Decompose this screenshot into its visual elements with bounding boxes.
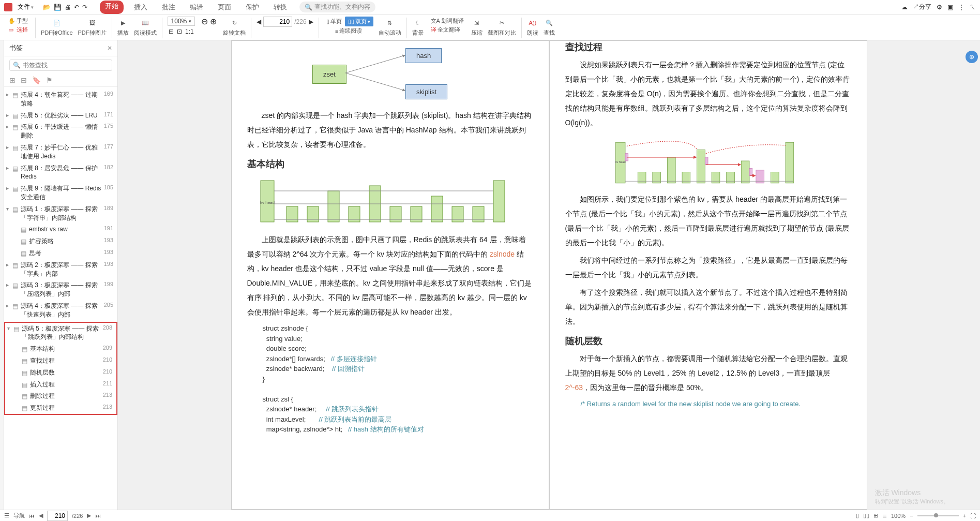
share-button[interactable]: ↗分享: [913, 3, 931, 11]
chevron-icon[interactable]: ▸: [6, 124, 12, 129]
bookmark-search-input[interactable]: [23, 62, 109, 69]
page-number-input[interactable]: [263, 17, 292, 27]
bookmark-item[interactable]: ▾▤源码 5：极度深寒 —— 探索「跳跃列表」内部结构208: [5, 323, 116, 344]
tab-protect[interactable]: 保护: [242, 1, 263, 14]
undo-icon[interactable]: ↶: [74, 4, 79, 11]
prev-page-icon[interactable]: ◀: [257, 18, 261, 25]
single-page-button[interactable]: ▯单页: [324, 17, 344, 26]
settings-icon[interactable]: ⚙: [937, 4, 942, 11]
sidebar-close-icon[interactable]: ✕: [107, 44, 112, 52]
bookmark-item[interactable]: ▸▤拓展 7：妙手仁心 —— 优雅地使用 Jedis177: [4, 142, 117, 162]
bookmark-item[interactable]: ▤基本结构209: [5, 343, 116, 355]
bookmark-item[interactable]: ▸▤源码 4：极度深寒 —— 探索「快速列表」内部205: [4, 300, 117, 321]
actual-size-icon[interactable]: 1:1: [185, 28, 194, 35]
continuous-read-button[interactable]: ≡连续阅读: [333, 26, 364, 35]
bookmark-item[interactable]: ▤embstr vs raw191: [4, 224, 117, 235]
chevron-icon[interactable]: ▸: [6, 262, 12, 267]
compress-button[interactable]: ⇲压缩: [469, 17, 485, 38]
cloud-icon[interactable]: ☁: [901, 4, 908, 11]
bookmark-item[interactable]: ▤删除过程213: [5, 390, 116, 402]
bookmark-item[interactable]: ▸▤源码 3：极度深寒 —— 探索「压缩列表」内部199: [4, 279, 117, 300]
bookmark-item[interactable]: ▸▤拓展 6：平波缓进 —— 懒惰删除175: [4, 121, 117, 142]
bookmark-item[interactable]: ▤思考193: [4, 247, 117, 259]
svg-rect-25: [741, 161, 749, 183]
chevron-icon[interactable]: ▾: [6, 206, 12, 212]
play-button[interactable]: ▶播放: [115, 17, 131, 38]
select-tool-button[interactable]: ▭选择: [6, 25, 30, 34]
find-button[interactable]: 🔍查找: [541, 17, 557, 38]
expand-all-icon[interactable]: ⊞: [9, 76, 16, 84]
window-icon[interactable]: ▣: [947, 4, 953, 11]
bookmark-search[interactable]: 🔍: [9, 59, 112, 71]
crop-compare-button[interactable]: ✂截图和对比: [486, 17, 518, 38]
bookmark-label: 扩容策略: [27, 237, 104, 246]
read-aloud-button[interactable]: A))朗读: [525, 17, 540, 38]
tab-convert[interactable]: 转换: [269, 1, 291, 14]
full-translate-button[interactable]: 译全文翻译: [429, 25, 462, 34]
chevron-icon[interactable]: ▸: [6, 92, 12, 97]
bookmark-item[interactable]: ▸▤拓展 9：隔墙有耳 —— Redis 安全通信185: [4, 183, 117, 203]
doc-paragraph: 有了这个搜索路径，我们就可以插入这个新节点了。不过这个插入过程也不是特别简单。因…: [565, 285, 851, 329]
bookmark-item[interactable]: ▤扩容策略193: [4, 235, 117, 247]
background-button[interactable]: ☾背景: [410, 17, 426, 38]
pdf-to-office-button[interactable]: 📄PDF转Office: [39, 17, 75, 38]
tab-annotate[interactable]: 批注: [158, 1, 179, 14]
assistant-bubble-icon[interactable]: ⊕: [966, 51, 978, 63]
ribbon-toolbar: ✋手型 ▭选择 📄PDF转Office 🖼PDF转图片 ▶播放 📖阅读模式 10…: [0, 14, 980, 40]
bookmark-item[interactable]: ▤查找过程210: [5, 355, 116, 367]
global-search[interactable]: 🔍 查找功能、文档内容: [299, 2, 375, 12]
quick-toolbar: 📂 💾 🖨 ↶ ↷: [43, 4, 87, 11]
chevron-icon[interactable]: ▾: [7, 325, 13, 331]
fit-page-icon[interactable]: ⊡: [177, 28, 182, 35]
bookmark-list[interactable]: ▸▤拓展 4：朝生暮死 —— 过期策略169▸▤拓展 5：优胜劣汰 —— LRU…: [4, 87, 117, 510]
bookmark-item[interactable]: ▸▤拓展 5：优胜劣汰 —— LRU171: [4, 110, 117, 122]
tab-start[interactable]: 开始: [100, 1, 124, 14]
bookmark-item[interactable]: ▾▤源码 1：极度深寒 —— 探索「字符串」内部结构189: [4, 203, 117, 224]
hand-tool-button[interactable]: ✋手型: [6, 17, 30, 25]
chevron-icon[interactable]: ▸: [6, 165, 12, 171]
tab-edit[interactable]: 编辑: [186, 1, 207, 14]
word-translate-button[interactable]: 文A划词翻译: [429, 17, 466, 25]
auto-scroll-button[interactable]: ⇅自动滚动: [376, 17, 403, 38]
bookmark-item[interactable]: ▤更新过程213: [5, 402, 116, 414]
bookmark-item[interactable]: ▸▤拓展 8：居安思危 —— 保护 Redis182: [4, 162, 117, 183]
rotate-icon: ↻: [229, 18, 239, 28]
double-page-button[interactable]: ▯▯双页▾: [345, 17, 373, 26]
chevron-icon[interactable]: ▸: [6, 185, 12, 191]
chevron-icon[interactable]: ▸: [6, 282, 12, 288]
save-icon[interactable]: 💾: [54, 4, 62, 11]
bookmark-item[interactable]: ▤随机层数210: [5, 367, 116, 379]
windows-activation-watermark: 激活 Windows 转到"设置"以激活 Windows。: [875, 488, 949, 505]
redo-icon[interactable]: ↷: [82, 4, 87, 11]
collapse-all-icon[interactable]: ⊟: [21, 76, 27, 84]
bookmark-item[interactable]: ▸▤拓展 4：朝生暮死 —— 过期策略169: [4, 89, 117, 110]
document-viewport[interactable]: ⊕ zset hash skiplist zset: [118, 40, 980, 510]
exp-link[interactable]: 2^-63: [565, 383, 583, 392]
fit-width-icon[interactable]: ⊟: [169, 28, 174, 35]
collapse-icon[interactable]: ㄟ: [970, 3, 976, 11]
menubar: 文件 ▾ 📂 💾 🖨 ↶ ↷ 开始 插入 批注 编辑 页面 保护 转换 🔍 查找…: [0, 0, 980, 14]
next-page-icon[interactable]: ▶: [309, 18, 313, 25]
file-menu-button[interactable]: 文件 ▾: [14, 2, 37, 12]
bookmark-icon: ▤: [21, 250, 27, 257]
pdf-to-image-button[interactable]: 🖼PDF转图片: [76, 17, 109, 38]
rotate-button[interactable]: ↻旋转文档: [221, 17, 248, 38]
read-mode-button[interactable]: 📖阅读模式: [132, 17, 159, 38]
chevron-icon[interactable]: ▸: [6, 112, 12, 118]
more-icon[interactable]: ⋮: [958, 4, 964, 11]
zoom-combo[interactable]: 100%▾: [168, 17, 195, 26]
chevron-icon[interactable]: ▸: [6, 144, 12, 150]
bookmark-item[interactable]: ▸▤源码 2：极度深寒 —— 探索「字典」内部193: [4, 259, 117, 280]
print-icon[interactable]: 🖨: [65, 4, 71, 11]
zoom-in-icon[interactable]: ⊕: [210, 17, 217, 26]
bookmark-flag-icon[interactable]: ⚑: [46, 76, 53, 84]
bookmark-item[interactable]: ▤插入过程211: [5, 379, 116, 391]
play-icon: ▶: [118, 18, 128, 28]
zslnode-link[interactable]: zslnode: [490, 250, 515, 258]
zoom-out-icon[interactable]: ⊖: [201, 17, 208, 26]
open-icon[interactable]: 📂: [43, 4, 51, 11]
tab-page[interactable]: 页面: [214, 1, 235, 14]
tab-insert[interactable]: 插入: [130, 1, 152, 14]
bookmark-add-icon[interactable]: 🔖: [32, 76, 41, 84]
chevron-icon[interactable]: ▸: [6, 303, 12, 308]
